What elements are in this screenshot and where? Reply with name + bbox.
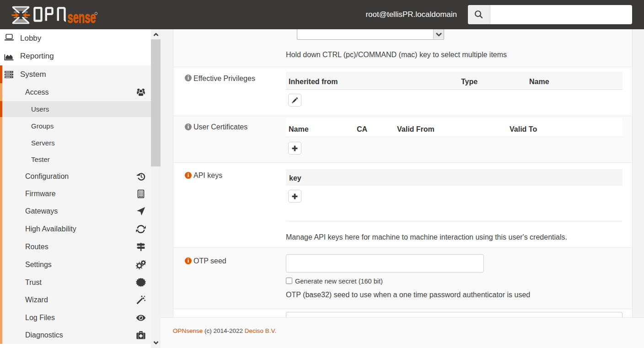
svg-text:sense: sense (68, 8, 96, 26)
